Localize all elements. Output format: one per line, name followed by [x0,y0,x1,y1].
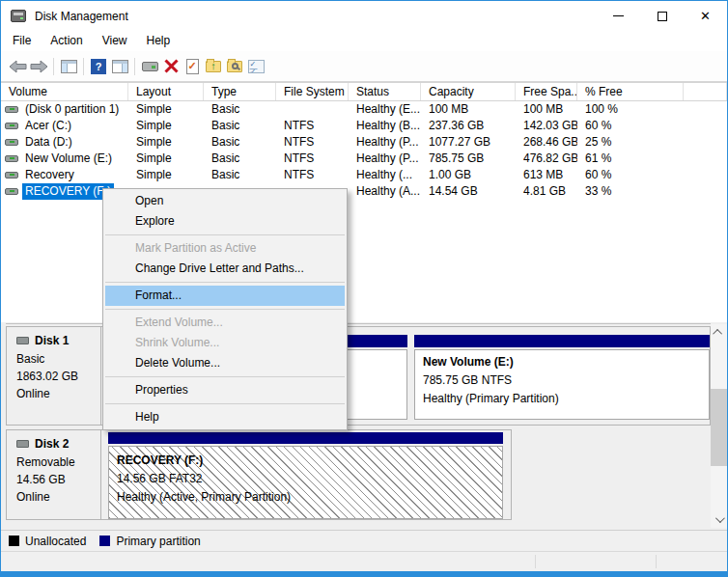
menu-bar: File Action View Help [1,31,727,51]
disk2-status: Online [16,488,100,506]
properties-list-button[interactable]: ✓—✓— [245,56,266,77]
column-header-type[interactable]: Type [204,83,276,100]
cell-free: 100 MB [516,101,577,118]
toolbar: ? ✓ ↑ ✓—✓— [1,51,727,82]
volume-icon [5,155,18,162]
forward-button[interactable] [28,56,49,77]
volume-icon [5,123,18,129]
partition-health: Healthy (Active, Primary Partition) [117,488,494,507]
rescan-disks-button[interactable] [139,56,160,77]
primary-partition-label: Primary partition [116,535,200,548]
cell-type: Basic [204,118,276,134]
help-button[interactable]: ? [88,56,109,77]
scroll-up-button[interactable] [711,324,727,341]
cell-free: 4.81 GB [516,183,577,200]
device-icon [142,62,158,71]
column-header-status[interactable]: Status [349,83,421,100]
column-header-volume[interactable]: Volume [1,83,128,100]
folder-up-button[interactable]: ↑ [203,56,224,77]
menu-file[interactable]: File [3,31,41,51]
cell-fs: NTFS [276,118,349,134]
menu-action[interactable]: Action [41,31,92,51]
disk-management-window: Disk Management ✕ File Action View Help … [0,0,728,577]
cell-fs: NTFS [276,134,349,151]
context-menu-item-change-drive-letter[interactable]: Change Drive Letter and Paths... [105,259,345,279]
column-header-free-space[interactable]: Free Spa... [516,83,577,100]
context-menu-item-help[interactable]: Help [105,407,345,427]
help-icon: ? [91,59,106,74]
maximize-button[interactable] [640,1,684,31]
column-header-pct-free[interactable]: % Free [577,83,684,100]
volume-row-disk0-partition1[interactable]: (Disk 0 partition 1) Simple Basic Health… [1,101,727,118]
context-menu-item-delete-volume[interactable]: Delete Volume... [105,353,345,373]
check-document-icon: ✓ [186,59,199,74]
disk1-size: 1863.02 GB [16,368,100,385]
disk2-label-panel[interactable]: Disk 2 Removable 14.56 GB Online [7,430,101,519]
toolbar-separator [134,58,135,75]
volume-name: New Volume (E:) [22,151,115,167]
cell-pct-free: 25 % [577,134,684,151]
delete-button[interactable] [160,56,182,77]
menu-help[interactable]: Help [137,31,181,51]
volume-row-new-volume-e[interactable]: New Volume (E:) Simple Basic NTFS Health… [1,151,727,167]
cell-capacity: 14.54 GB [421,183,516,200]
show-console-tree-button[interactable] [58,56,79,77]
back-icon [9,60,27,73]
cell-capacity: 1.00 GB [421,167,516,183]
scrollbar-thumb[interactable] [711,389,727,466]
chevron-down-icon [715,513,725,523]
scroll-down-button[interactable] [711,511,727,528]
partition-title: New Volume (E:) [423,353,701,371]
disk1-status: Online [16,385,100,402]
vertical-scrollbar[interactable] [711,324,727,528]
column-header-file-system[interactable]: File System [276,83,349,100]
volume-name: (Disk 0 partition 1) [22,101,122,118]
cell-pct-free: 61 % [577,151,684,167]
partition-detail: 785.75 GB NTFS [423,371,701,390]
context-menu-item-open[interactable]: Open [105,191,345,211]
folder-up-icon: ↑ [206,61,221,72]
cell-layout: Simple [128,134,204,151]
unallocated-swatch [9,536,19,546]
unallocated-label: Unallocated [25,535,86,548]
disk1-partition-new-volume-e[interactable]: New Volume (E:) 785.75 GB NTFS Healthy (… [414,335,710,420]
cell-status: Healthy (P... [349,151,421,167]
toolbar-separator [83,58,84,75]
context-menu-item-properties[interactable]: Properties [105,380,345,400]
volume-row-data-d[interactable]: Data (D:) Simple Basic NTFS Healthy (P..… [1,134,727,151]
set-active-button[interactable]: ✓ [182,56,203,77]
volume-name: Recovery [22,167,77,183]
close-icon: ✕ [700,10,711,22]
volume-row-recovery[interactable]: Recovery Simple Basic NTFS Healthy (... … [1,167,727,183]
folder-search-icon [227,61,242,72]
disk2-row: Disk 2 Removable 14.56 GB Online RECOVER… [6,429,512,520]
context-menu-item-explore[interactable]: Explore [105,211,345,232]
title-bar: Disk Management ✕ [1,1,727,31]
context-menu-item-format[interactable]: Format... [105,286,345,306]
column-header-layout[interactable]: Layout [128,83,204,100]
disk1-type: Basic [16,350,100,368]
folder-search-button[interactable] [224,56,245,77]
context-menu: Open Explore Mark Partition as Active Ch… [102,188,348,430]
volume-list-header: Volume Layout Type File System Status Ca… [1,83,727,101]
cell-free: 142.03 GB [516,118,577,134]
legend-bar: Unallocated Primary partition [1,530,727,551]
minimize-button[interactable] [597,1,640,31]
window-controls: ✕ [597,1,727,31]
close-button[interactable]: ✕ [684,1,727,31]
cell-pct-free: 60 % [577,167,684,183]
context-menu-separator [105,376,345,377]
volume-row-acer-c[interactable]: Acer (C:) Simple Basic NTFS Healthy (B..… [1,118,727,134]
back-button[interactable] [7,56,28,77]
show-action-pane-button[interactable] [109,56,130,77]
cell-capacity: 785.75 GB [421,151,516,167]
menu-view[interactable]: View [93,31,137,51]
primary-partition-swatch [99,536,110,546]
cell-type: Basic [204,134,276,151]
column-header-capacity[interactable]: Capacity [421,83,516,100]
disk1-label-panel[interactable]: Disk 1 Basic 1863.02 GB Online [7,327,101,425]
cell-type: Basic [204,151,276,167]
cell-status: Healthy (B... [349,118,421,134]
disk2-partition-recovery-f[interactable]: RECOVERY (F:) 14.56 GB FAT32 Healthy (Ac… [108,432,503,519]
context-menu-separator [105,282,345,283]
